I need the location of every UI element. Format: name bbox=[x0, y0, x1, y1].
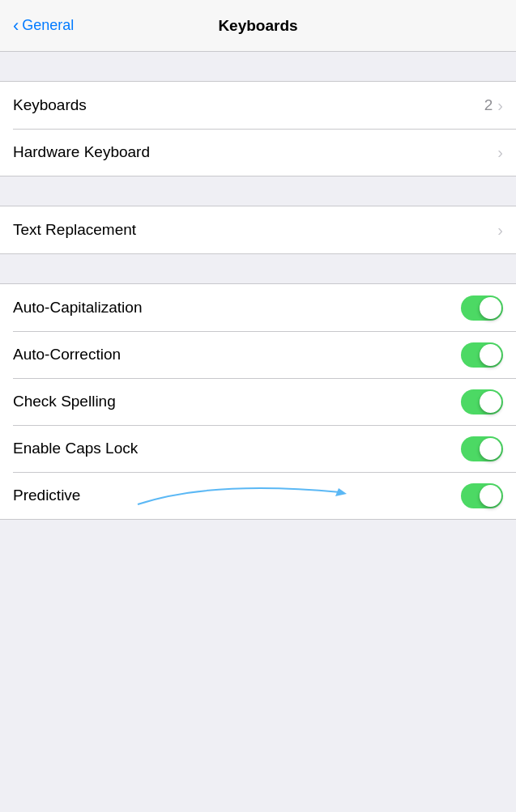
predictive-toggle[interactable] bbox=[461, 483, 503, 508]
section-toggles: Auto-Capitalization Auto-Correction Chec… bbox=[0, 283, 516, 520]
nav-bar: ‹ General Keyboards bbox=[0, 0, 516, 52]
toggle-knob bbox=[480, 391, 501, 413]
toggle-knob bbox=[480, 344, 501, 366]
row-auto-correction: Auto-Correction bbox=[0, 331, 516, 378]
section-text-replacement: Text Replacement › bbox=[0, 206, 516, 254]
auto-capitalization-toggle[interactable] bbox=[461, 295, 503, 321]
text-replacement-label: Text Replacement bbox=[13, 221, 136, 239]
svg-marker-0 bbox=[335, 488, 347, 496]
section-spacer-1 bbox=[0, 52, 516, 81]
chevron-left-icon: ‹ bbox=[13, 17, 19, 35]
predictive-label: Predictive bbox=[13, 487, 80, 504]
back-label: General bbox=[22, 17, 74, 34]
predictive-arrow-annotation bbox=[130, 472, 389, 512]
row-text-replacement[interactable]: Text Replacement › bbox=[0, 206, 516, 253]
row-auto-capitalization: Auto-Capitalization bbox=[0, 284, 516, 331]
toggle-knob bbox=[480, 297, 501, 319]
section-spacer-3 bbox=[0, 254, 516, 283]
row-keyboards[interactable]: Keyboards 2 › bbox=[0, 82, 516, 129]
check-spelling-toggle[interactable] bbox=[461, 389, 503, 415]
hardware-keyboard-chevron-icon: › bbox=[497, 144, 503, 160]
auto-capitalization-label: Auto-Capitalization bbox=[13, 299, 142, 317]
row-enable-caps-lock: Enable Caps Lock bbox=[0, 425, 516, 472]
auto-correction-toggle[interactable] bbox=[461, 342, 503, 368]
toggle-knob bbox=[480, 485, 501, 507]
row-hardware-keyboard[interactable]: Hardware Keyboard › bbox=[0, 129, 516, 176]
keyboards-chevron-icon: › bbox=[497, 97, 503, 113]
hardware-keyboard-label: Hardware Keyboard bbox=[13, 143, 150, 161]
row-predictive: Predictive bbox=[0, 472, 516, 519]
keyboards-value: 2 bbox=[484, 96, 493, 114]
text-replacement-right: › bbox=[497, 222, 503, 238]
row-check-spelling: Check Spelling bbox=[0, 378, 516, 425]
back-button[interactable]: ‹ General bbox=[13, 17, 74, 35]
keyboards-label: Keyboards bbox=[13, 96, 87, 114]
enable-caps-lock-toggle[interactable] bbox=[461, 436, 503, 461]
section-spacer-2 bbox=[0, 176, 516, 206]
keyboards-right: 2 › bbox=[484, 96, 503, 114]
toggle-knob bbox=[480, 438, 501, 460]
auto-correction-label: Auto-Correction bbox=[13, 346, 121, 363]
page-title: Keyboards bbox=[218, 17, 297, 35]
hardware-keyboard-right: › bbox=[497, 144, 503, 160]
enable-caps-lock-label: Enable Caps Lock bbox=[13, 440, 138, 457]
section-keyboards: Keyboards 2 › Hardware Keyboard › bbox=[0, 81, 516, 176]
text-replacement-chevron-icon: › bbox=[497, 222, 503, 238]
check-spelling-label: Check Spelling bbox=[13, 393, 116, 410]
